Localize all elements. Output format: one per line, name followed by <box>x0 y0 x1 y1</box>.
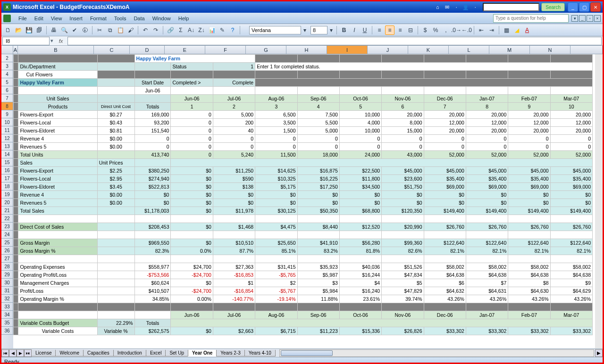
row-header-8[interactable]: 8 <box>1 102 13 110</box>
name-box[interactable]: I8 <box>2 37 50 45</box>
menu-file[interactable]: File <box>15 15 31 22</box>
buddy-icon[interactable]: 👤 <box>462 3 470 11</box>
col-header-H[interactable]: H <box>286 46 327 54</box>
row-header-13[interactable]: 13 <box>1 142 13 150</box>
col-header-I[interactable]: I <box>327 46 368 54</box>
row-header-25[interactable]: 25 <box>1 239 13 247</box>
maximize-workbook-button[interactable]: ▫ <box>587 15 593 22</box>
menu-insert[interactable]: Insert <box>66 15 86 22</box>
search-button[interactable]: Search <box>541 3 565 11</box>
menu-help[interactable]: Help <box>175 15 193 22</box>
menu-window[interactable]: Window <box>149 15 175 22</box>
dec-decimal-button[interactable]: ←.0 <box>462 25 471 35</box>
paste-icon[interactable]: 📋 <box>116 25 125 35</box>
scroll-thumb[interactable] <box>281 350 333 356</box>
sheet-tab-introduction[interactable]: Introduction <box>113 350 146 356</box>
minimize-button[interactable]: _ <box>568 2 578 12</box>
drawing-icon[interactable]: ✎ <box>218 25 227 35</box>
sheet-tab-years-4-10[interactable]: Years 4-10 <box>244 350 276 356</box>
sheet-tab-set-up[interactable]: Set Up <box>165 350 188 356</box>
menu-format[interactable]: Format <box>86 15 110 22</box>
merge-center-button[interactable]: ⊟ <box>406 25 415 35</box>
col-header-G[interactable]: G <box>246 46 286 54</box>
align-right-button[interactable]: ≡ <box>395 25 405 35</box>
row-header-5[interactable]: 5 <box>1 78 13 86</box>
dec-indent-button[interactable]: ⇤ <box>477 25 486 35</box>
tab-nav-next[interactable]: ▶ <box>17 349 24 357</box>
save-icon[interactable]: 💾 <box>24 25 34 35</box>
copy-icon[interactable]: ⧉ <box>105 25 115 35</box>
row-header-23[interactable]: 23 <box>1 223 13 231</box>
row-header-36[interactable]: 36 <box>1 327 13 335</box>
restore-workbook-button[interactable]: _ <box>579 15 586 22</box>
italic-button[interactable]: I <box>350 25 359 35</box>
row-header-9[interactable]: 9 <box>1 110 13 118</box>
undo-icon[interactable]: ↶ <box>141 25 150 35</box>
menu-view[interactable]: View <box>47 15 66 22</box>
column-headers[interactable]: ABCDEFGHIJKLMN <box>1 46 603 54</box>
row-header-12[interactable]: 12 <box>1 134 13 142</box>
row-header-28[interactable]: 28 <box>1 263 13 271</box>
col-header-D[interactable]: D <box>130 46 165 54</box>
col-header-M[interactable]: M <box>489 46 530 54</box>
permission-icon[interactable]: 🗐 <box>34 25 44 35</box>
font-name-select[interactable]: Verdana <box>249 26 301 34</box>
open-icon[interactable]: 📂 <box>14 25 23 35</box>
col-header-F[interactable]: F <box>205 46 246 54</box>
sheet-tab-excel[interactable]: Excel <box>146 350 166 356</box>
scroll-right-button[interactable]: ▶ <box>595 349 603 357</box>
row-header-15[interactable]: 15 <box>1 158 13 166</box>
hyperlink-icon[interactable]: 🔗 <box>166 25 175 35</box>
new-icon[interactable]: 🗋 <box>3 25 13 35</box>
menu-data[interactable]: Data <box>130 15 148 22</box>
row-header-2[interactable]: 2 <box>1 54 13 62</box>
search-input[interactable] <box>483 3 539 11</box>
col-header-J[interactable]: J <box>368 46 408 54</box>
row-header-32[interactable]: 32 <box>1 295 13 303</box>
row-header-35[interactable]: 35 <box>1 319 13 327</box>
sheet-tab-capacities[interactable]: Capacities <box>83 350 114 356</box>
mail-icon[interactable]: ✉ <box>443 3 451 11</box>
row-header-3[interactable]: 3 <box>1 62 13 70</box>
row-header-29[interactable]: 29 <box>1 271 13 279</box>
align-left-button[interactable]: ≡ <box>375 25 384 35</box>
help-search-input[interactable] <box>493 14 569 23</box>
sheet-tab-welcome[interactable]: Welcome <box>55 350 84 356</box>
row-headers[interactable]: 2345678910111213141516171819202122232425… <box>1 54 13 348</box>
col-header-C[interactable]: C <box>94 46 130 54</box>
row-header-6[interactable]: 6 <box>1 86 13 94</box>
dropdown-icon[interactable]: ▾ <box>50 38 54 44</box>
horizontal-scrollbar[interactable] <box>279 349 594 357</box>
dropdown-icon[interactable]: ▾ <box>302 25 308 35</box>
row-header-14[interactable]: 14 <box>1 150 13 158</box>
close-workbook-button[interactable]: × <box>594 15 601 22</box>
menu-tools[interactable]: Tools <box>110 15 130 22</box>
row-header-18[interactable]: 18 <box>1 182 13 190</box>
underline-button[interactable]: U <box>360 25 369 35</box>
percent-button[interactable]: % <box>431 25 440 35</box>
dropdown-icon[interactable]: ▾ <box>571 15 578 22</box>
chart-icon[interactable]: 📊 <box>207 25 217 35</box>
row-header-19[interactable]: 19 <box>1 190 13 199</box>
sort-desc-icon[interactable]: Z↓ <box>197 25 206 35</box>
align-center-button[interactable]: ≡ <box>385 25 394 35</box>
comma-button[interactable]: , <box>441 25 451 35</box>
row-header-10[interactable]: 10 <box>1 118 13 126</box>
research-icon[interactable]: 🛈 <box>80 25 90 35</box>
currency-button[interactable]: $ <box>420 25 430 35</box>
workbook-icon[interactable] <box>3 15 11 22</box>
tab-nav-prev[interactable]: ◀ <box>9 349 17 357</box>
row-header-16[interactable]: 16 <box>1 166 13 174</box>
col-header-K[interactable]: K <box>408 46 449 54</box>
cells-area[interactable]: Happy Valley FarmDiv./DepartmentStatus1E… <box>13 54 595 348</box>
bold-button[interactable]: B <box>339 25 349 35</box>
maximize-button[interactable]: ▢ <box>579 2 589 12</box>
sheet-tab-license[interactable]: License <box>31 350 56 356</box>
col-header-E[interactable]: E <box>165 46 205 54</box>
sheet-tab-year-one[interactable]: Year One <box>188 350 217 356</box>
format-painter-icon[interactable]: 🖌 <box>126 25 135 35</box>
row-header-4[interactable]: 4 <box>1 70 13 78</box>
redo-icon[interactable]: ↷ <box>151 25 160 35</box>
row-header-7[interactable]: 7 <box>1 94 13 102</box>
row-header-21[interactable]: 21 <box>1 207 13 215</box>
